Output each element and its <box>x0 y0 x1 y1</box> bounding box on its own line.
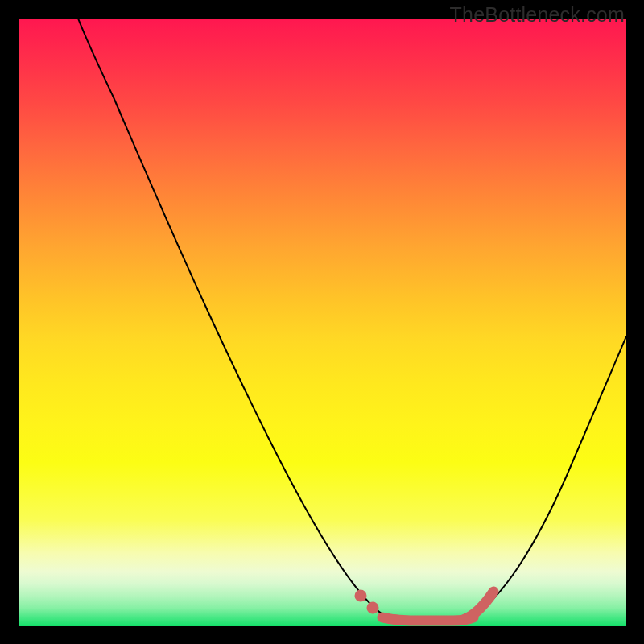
optimal-dot-2 <box>367 602 379 614</box>
curve-layer <box>19 19 626 626</box>
plot-area <box>19 19 626 626</box>
curve-right <box>473 336 626 616</box>
curve-left <box>78 19 385 616</box>
chart-container: TheBottleneck.com <box>0 0 644 644</box>
watermark-text: TheBottleneck.com <box>450 3 625 27</box>
optimal-right-thick <box>463 592 493 620</box>
optimal-dot-1 <box>355 590 367 602</box>
